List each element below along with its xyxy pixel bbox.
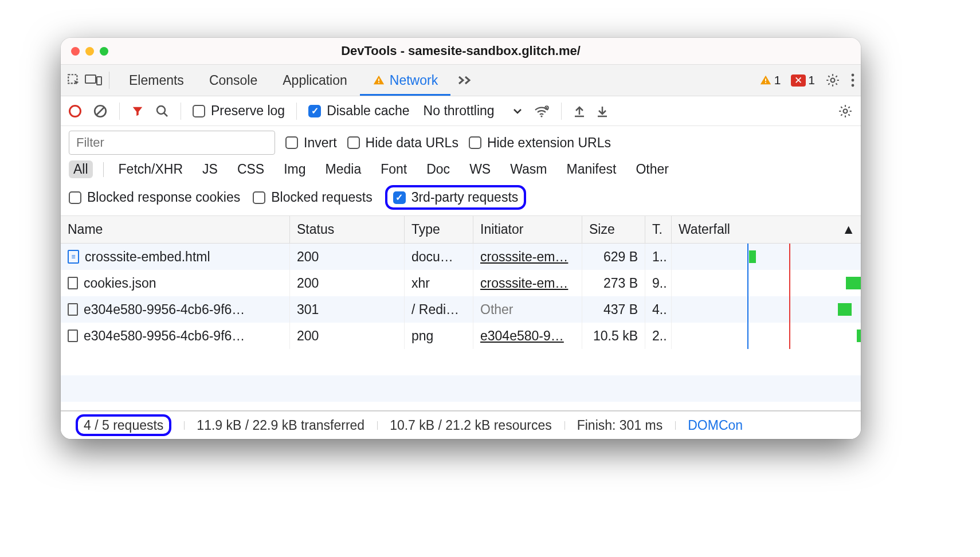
cell-type: / Redi… <box>405 296 473 323</box>
svg-rect-2 <box>97 77 101 85</box>
table-row[interactable]: cookies.json200xhrcrosssite-em…273 B9.. <box>61 270 861 296</box>
type-css[interactable]: CSS <box>233 160 269 178</box>
cell-initiator: Other <box>473 296 582 323</box>
type-other[interactable]: Other <box>631 160 673 178</box>
kebab-icon[interactable] <box>850 73 855 88</box>
file-icon <box>68 303 78 316</box>
search-icon[interactable] <box>155 104 169 118</box>
upload-har-icon[interactable] <box>573 104 586 118</box>
col-status[interactable]: Status <box>290 216 405 243</box>
cell-status: 200 <box>290 323 405 349</box>
status-transferred: 11.9 kB / 22.9 kB transferred <box>184 418 377 433</box>
devtools-window: DevTools - samesite-sandbox.glitch.me/ E… <box>61 38 861 439</box>
type-ws[interactable]: WS <box>465 160 495 178</box>
tabs-overflow[interactable] <box>450 65 480 96</box>
cell-status: 200 <box>290 244 405 270</box>
initiator-link[interactable]: crosssite-em… <box>480 276 568 291</box>
status-resources: 10.7 kB / 21.2 kB resources <box>377 418 565 433</box>
checkbox-icon <box>347 136 360 149</box>
download-har-icon[interactable] <box>596 104 609 118</box>
blocked-requests-checkbox[interactable]: Blocked requests <box>253 190 372 205</box>
error-icon: ✕ <box>791 74 806 87</box>
table-header: Name Status Type Initiator Size T. Water… <box>61 216 861 244</box>
svg-point-19 <box>844 109 848 113</box>
col-waterfall[interactable]: Waterfall▲ <box>672 216 861 243</box>
type-wasm[interactable]: Wasm <box>505 160 551 178</box>
svg-point-8 <box>852 74 854 77</box>
status-domcontent[interactable]: DOMCon <box>675 418 755 433</box>
cell-waterfall <box>672 323 861 349</box>
tab-console[interactable]: Console <box>197 65 270 96</box>
col-time[interactable]: T. <box>645 216 672 243</box>
type-img[interactable]: Img <box>279 160 310 178</box>
cell-waterfall <box>672 244 861 270</box>
cell-size: 437 B <box>582 296 645 323</box>
table-row[interactable]: e304e580-9956-4cb6-9f6…301/ Redi…Other43… <box>61 296 861 323</box>
settings-icon[interactable] <box>825 73 840 88</box>
inspect-icon[interactable] <box>66 73 81 88</box>
document-icon: ≡ <box>68 250 79 264</box>
status-requests-highlight: 4 / 5 requests <box>65 418 184 433</box>
initiator-link[interactable]: crosssite-em… <box>480 249 568 265</box>
col-name[interactable]: Name <box>61 216 290 243</box>
hide-extension-urls-checkbox[interactable]: Hide extension URLs <box>469 135 611 151</box>
cell-name: e304e580-9956-4cb6-9f6… <box>61 323 290 349</box>
network-conditions-icon[interactable] <box>534 104 550 118</box>
third-party-requests-checkbox[interactable]: ✓ 3rd-party requests <box>393 190 519 205</box>
device-toggle-icon[interactable] <box>85 73 102 88</box>
chevron-down-icon <box>513 108 522 114</box>
type-fetch-xhr[interactable]: Fetch/XHR <box>114 160 187 178</box>
type-media[interactable]: Media <box>321 160 366 178</box>
disable-cache-checkbox[interactable]: ✓ Disable cache <box>308 103 409 119</box>
network-settings-icon[interactable] <box>838 104 853 119</box>
svg-point-10 <box>852 84 854 87</box>
third-party-requests-highlight: ✓ 3rd-party requests <box>385 185 527 210</box>
file-icon <box>68 277 78 289</box>
file-icon <box>68 330 78 342</box>
cell-size: 629 B <box>582 244 645 270</box>
panel-tabs: Elements Console Application Network 1 ✕… <box>61 64 861 96</box>
cell-time: 9.. <box>645 270 672 296</box>
table-row[interactable]: ≡crosssite-embed.html200docu…crosssite-e… <box>61 244 861 270</box>
blocked-cookies-checkbox[interactable]: Blocked response cookies <box>69 190 240 205</box>
status-finish: Finish: 301 ms <box>565 418 676 433</box>
record-icon[interactable] <box>69 105 81 117</box>
cell-status: 200 <box>290 270 405 296</box>
type-all[interactable]: All <box>69 160 93 178</box>
invert-checkbox[interactable]: Invert <box>285 135 337 151</box>
clear-icon[interactable] <box>93 104 108 119</box>
preserve-log-checkbox[interactable]: Preserve log <box>193 103 285 119</box>
type-manifest[interactable]: Manifest <box>562 160 621 178</box>
cell-time: 2.. <box>645 323 672 349</box>
svg-point-9 <box>852 79 854 82</box>
cell-name: cookies.json <box>61 270 290 296</box>
cell-time: 4.. <box>645 296 672 323</box>
svg-rect-4 <box>378 82 379 83</box>
sort-asc-icon: ▲ <box>842 222 855 237</box>
warning-count[interactable]: 1 <box>759 73 781 87</box>
type-font[interactable]: Font <box>376 160 411 178</box>
cell-waterfall <box>672 296 861 323</box>
type-doc[interactable]: Doc <box>422 160 454 178</box>
extra-filters: Blocked response cookies Blocked request… <box>61 182 861 216</box>
tab-network[interactable]: Network <box>360 65 450 96</box>
filter-input[interactable] <box>69 131 275 155</box>
type-js[interactable]: JS <box>198 160 222 178</box>
col-size[interactable]: Size <box>582 216 645 243</box>
cell-status: 301 <box>290 296 405 323</box>
col-type[interactable]: Type <box>405 216 473 243</box>
checkbox-icon <box>469 136 481 149</box>
cell-type: xhr <box>405 270 473 296</box>
table-row[interactable]: e304e580-9956-4cb6-9f6…200pnge304e580-9…… <box>61 323 861 349</box>
tab-elements[interactable]: Elements <box>116 65 197 96</box>
throttling-select[interactable]: No throttling <box>424 103 522 119</box>
initiator-link[interactable]: e304e580-9… <box>480 328 564 344</box>
error-count[interactable]: ✕ 1 <box>791 73 815 87</box>
svg-line-12 <box>97 107 104 115</box>
filter-icon[interactable] <box>131 105 144 117</box>
tab-application[interactable]: Application <box>270 65 360 96</box>
hide-data-urls-checkbox[interactable]: Hide data URLs <box>347 135 458 151</box>
col-initiator[interactable]: Initiator <box>473 216 582 243</box>
cell-initiator: e304e580-9… <box>473 323 582 349</box>
network-toolbar: Preserve log ✓ Disable cache No throttli… <box>61 96 861 126</box>
